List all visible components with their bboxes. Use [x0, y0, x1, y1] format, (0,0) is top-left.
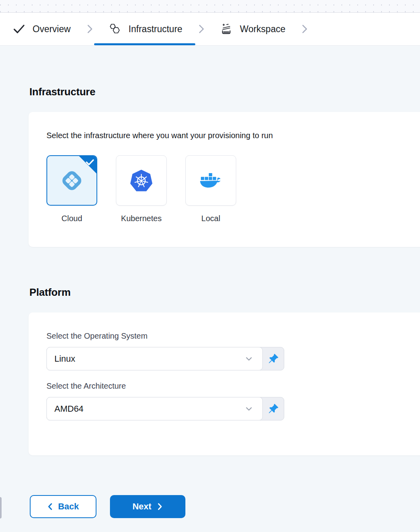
- infrastructure-card: Select the infrastructure where you want…: [29, 112, 420, 247]
- pushpin-icon: [268, 403, 279, 414]
- tile-label: Local: [201, 214, 220, 223]
- cloud-tile[interactable]: [46, 155, 97, 206]
- architecture-select[interactable]: AMD64: [46, 397, 263, 420]
- os-select[interactable]: Linux: [46, 347, 263, 370]
- chevron-right-icon: [197, 23, 206, 35]
- wizard-actions: Back Next: [29, 495, 420, 518]
- check-icon: [13, 24, 25, 34]
- step-label: Infrastructure: [129, 24, 183, 35]
- architecture-pin-button[interactable]: [263, 397, 284, 420]
- chevron-right-icon: [157, 503, 163, 511]
- back-button-label: Back: [58, 501, 79, 512]
- docker-whale-icon-tile[interactable]: [185, 155, 236, 206]
- kubernetes-tile[interactable]: [116, 155, 167, 206]
- chevron-left-icon: [47, 503, 53, 511]
- back-button[interactable]: Back: [30, 495, 96, 518]
- pushpin-icon: [268, 353, 279, 364]
- step-workspace[interactable]: Workspace: [220, 23, 285, 35]
- docker-whale-icon: [199, 171, 223, 190]
- architecture-select-group: AMD64: [46, 397, 284, 420]
- infrastructure-options: Cloud: [46, 155, 420, 223]
- option-local: Local: [185, 155, 236, 223]
- wizard-content: Infrastructure Select the infrastructure…: [0, 46, 420, 518]
- architecture-select-value: AMD64: [54, 404, 83, 414]
- step-label: Workspace: [240, 24, 285, 35]
- chevron-right-icon: [85, 23, 94, 35]
- step-overview[interactable]: Overview: [13, 24, 71, 35]
- workspace-stack-icon: [220, 23, 232, 35]
- option-cloud: Cloud: [46, 155, 97, 223]
- step-infrastructure[interactable]: Infrastructure: [109, 23, 183, 35]
- platform-card: Select the Operating System Linux Select…: [29, 312, 420, 455]
- tile-label: Cloud: [62, 214, 82, 223]
- architecture-select-label: Select the Architecture: [46, 382, 420, 391]
- left-scrollbar-fragment[interactable]: [0, 497, 2, 519]
- tile-label: Kubernetes: [121, 214, 162, 223]
- chevron-down-icon: [243, 403, 254, 414]
- infrastructure-section-heading: Infrastructure: [29, 46, 420, 98]
- os-pin-button[interactable]: [263, 347, 284, 370]
- os-select-value: Linux: [54, 354, 75, 364]
- step-label: Overview: [33, 24, 71, 35]
- chevron-right-icon: [300, 23, 309, 35]
- os-select-label: Select the Operating System: [46, 332, 420, 341]
- os-select-group: Linux: [46, 347, 284, 370]
- wizard-stepper: Overview Infrastructure Workspace: [0, 13, 420, 46]
- next-button-label: Next: [133, 501, 152, 512]
- chevron-down-icon: [243, 353, 254, 364]
- infrastructure-prompt: Select the infrastructure where you want…: [46, 131, 420, 140]
- next-button[interactable]: Next: [110, 495, 185, 518]
- option-kubernetes: Kubernetes: [116, 155, 167, 223]
- dotted-canvas-background: [0, 0, 420, 13]
- kubernetes-wheel-icon: [130, 169, 153, 192]
- cloud-provider-icon: [60, 169, 83, 192]
- hexagons-icon: [109, 23, 121, 35]
- platform-section-heading: Platform: [29, 247, 420, 299]
